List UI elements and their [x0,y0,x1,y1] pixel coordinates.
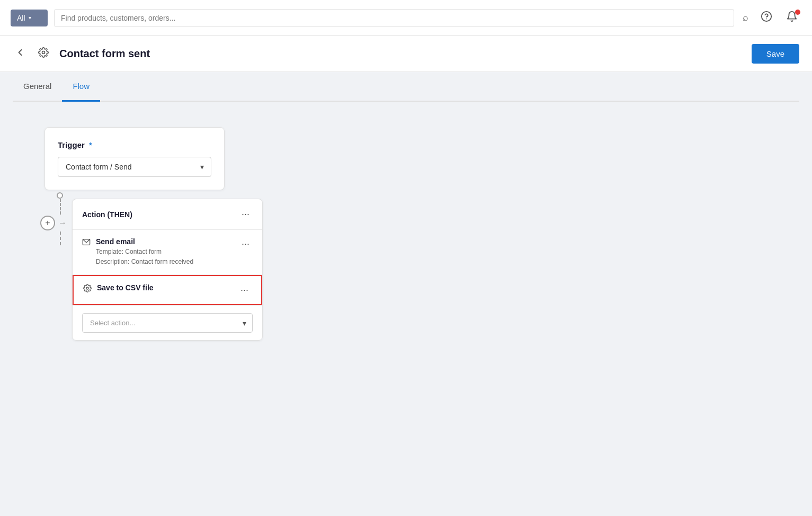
svg-point-4 [86,287,88,289]
csv-gear-icon [83,284,92,295]
send-email-text: Send email Template: Contact form Descri… [96,237,234,267]
trigger-dropdown[interactable]: Contact form / Send [58,157,211,177]
save-csv-text: Save to CSV file [97,283,233,293]
top-bar: All ▾ ⌕ [0,0,812,36]
search-icon: ⌕ [743,12,748,23]
settings-button[interactable] [36,45,51,63]
help-circle-icon [761,11,772,25]
page-title: Contact form sent [59,48,743,60]
back-button[interactable] [13,45,28,63]
tab-flow[interactable]: Flow [62,72,100,102]
action-card: Action (THEN) ··· [72,199,263,341]
gear-icon [38,47,49,60]
connector-dot [57,192,63,199]
tabs: General Flow [13,72,799,102]
top-bar-actions [757,8,801,28]
save-csv-item-left: Save to CSV file [83,283,233,295]
email-icon [82,238,91,248]
save-csv-item: Save to CSV file ··· [73,275,262,305]
required-mark: * [89,140,92,149]
notification-button[interactable] [782,8,801,28]
help-button[interactable] [757,8,776,28]
main-content: General Flow Trigger * Contact form / Se… [0,72,812,516]
category-dropdown[interactable]: All ▾ [11,10,48,26]
save-csv-title: Save to CSV file [97,283,233,292]
send-email-title: Send email [96,237,234,246]
more-icon: ··· [242,209,249,220]
arrow-right-icon: → [58,218,67,228]
trigger-card: Trigger * Contact form / Send ▾ [44,127,225,190]
notification-badge [795,10,800,15]
action-header-more-button[interactable]: ··· [238,208,253,221]
save-csv-more-button[interactable]: ··· [237,283,252,297]
connector-line-top [60,199,61,215]
save-button[interactable]: Save [752,44,799,64]
trigger-dropdown-wrap: Contact form / Send ▾ [58,157,211,177]
search-bar [54,9,734,27]
search-input[interactable] [61,14,727,22]
save-csv-more-icon: ··· [240,284,248,296]
send-email-desc1: Template: Contact form [96,247,234,257]
dropdown-label: All [17,14,25,22]
back-icon [15,47,25,60]
tab-general[interactable]: General [13,72,62,102]
send-email-more-button[interactable]: ··· [238,237,253,251]
flow-area: Trigger * Contact form / Send ▾ + → [13,119,799,341]
connector-line-bottom [60,232,61,245]
svg-point-2 [42,51,45,54]
page-header: Contact form sent Save [0,36,812,72]
send-email-more-icon: ··· [242,238,249,250]
send-email-item-left: Send email Template: Contact form Descri… [82,237,234,267]
trigger-label: Trigger * [58,140,211,149]
action-title: Action (THEN) [82,210,132,219]
action-header: Action (THEN) ··· [73,199,262,230]
select-action-dropdown[interactable]: Select action... [82,313,253,333]
send-email-item: Send email Template: Contact form Descri… [73,230,262,275]
search-icon-button[interactable]: ⌕ [740,10,751,25]
send-email-desc2: Description: Contact form received [96,257,234,267]
dropdown-chevron-icon: ▾ [29,15,31,21]
select-action-wrap: Select action... ▾ [73,305,262,340]
add-action-button[interactable]: + [40,216,55,230]
